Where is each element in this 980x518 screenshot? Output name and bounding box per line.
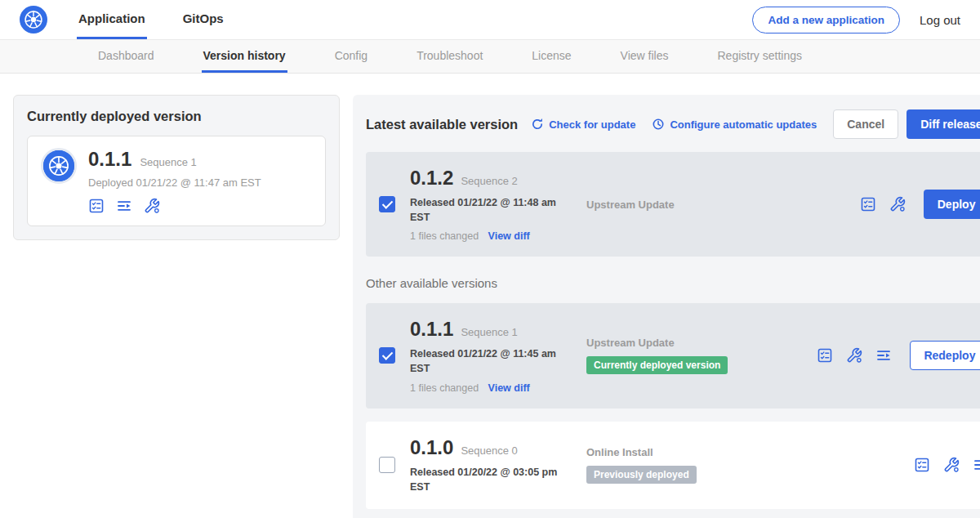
edit-config-icon[interactable]: [846, 347, 862, 364]
main-content: Currently deployed version 0.1.1 Sequenc…: [0, 74, 980, 518]
tab-label: Config: [335, 49, 368, 62]
version-row: 0.1.2 Sequence 2 Released 01/21/22 @ 11:…: [366, 152, 980, 257]
view-diff-link[interactable]: View diff: [488, 230, 530, 242]
redeploy-button[interactable]: Redeploy: [910, 341, 980, 370]
cancel-button[interactable]: Cancel: [833, 109, 898, 139]
version-number: 0.1.0: [410, 436, 453, 459]
tab-dashboard[interactable]: Dashboard: [96, 40, 156, 73]
refresh-icon: [531, 118, 544, 131]
version-checkbox[interactable]: [379, 196, 395, 212]
currently-deployed-card: Currently deployed version 0.1.1 Sequenc…: [13, 95, 340, 240]
version-number: 0.1.2: [410, 167, 453, 190]
header-tab-gitops[interactable]: GitOps: [181, 0, 225, 39]
edit-config-icon[interactable]: [889, 196, 906, 212]
version-row: 0.1.0 Sequence 0 Released 01/20/22 @ 03:…: [366, 422, 980, 509]
release-notes-icon[interactable]: [88, 198, 105, 214]
tab-license[interactable]: License: [530, 40, 572, 73]
version-actions: Redeploy: [807, 341, 980, 370]
deployed-card-title: Currently deployed version: [27, 109, 326, 124]
tab-version-history[interactable]: Version history: [202, 40, 287, 73]
edit-config-icon[interactable]: [943, 457, 960, 473]
version-source: Online Install Previously deployed: [573, 446, 904, 484]
clock-icon: [652, 118, 665, 131]
version-history-panel: Latest available version Check for updat…: [353, 95, 980, 518]
add-application-button[interactable]: Add a new application: [752, 7, 900, 33]
version-sequence: Sequence 0: [461, 444, 517, 457]
version-sequence: Sequence 2: [461, 175, 517, 187]
deployed-version-card: 0.1.1 Sequence 1 Deployed 01/21/22 @ 11:…: [27, 136, 326, 226]
kubernetes-logo-icon: [20, 0, 47, 39]
version-number: 0.1.1: [410, 318, 453, 341]
diff-icon[interactable]: [875, 347, 892, 364]
edit-config-icon[interactable]: [144, 198, 160, 214]
latest-version-title: Latest available version: [366, 117, 518, 132]
tab-troubleshoot[interactable]: Troubleshoot: [415, 40, 484, 73]
tab-label: View files: [621, 49, 669, 62]
check-for-update-label: Check for update: [549, 118, 635, 131]
configure-automatic-updates-link[interactable]: Configure automatic updates: [652, 118, 817, 131]
source-label: Online Install: [586, 446, 904, 458]
currently-deployed-badge: Currently deployed version: [586, 356, 728, 374]
app-kubernetes-logo-icon: [41, 148, 77, 184]
deployed-version-number: 0.1.1: [88, 148, 131, 171]
tab-label: Dashboard: [98, 49, 154, 62]
version-actions: Deploy: [850, 190, 980, 219]
version-source: Upstream Update Currently deployed versi…: [573, 337, 807, 374]
version-row: 0.1.1 Sequence 1 Released 01/21/22 @ 11:…: [366, 303, 980, 408]
released-date: Released 01/21/22 @ 11:45 am EST: [410, 346, 569, 376]
version-source: Upstream Update: [573, 199, 850, 211]
source-label: Upstream Update: [586, 337, 807, 349]
deployed-version-sequence: Sequence 1: [140, 156, 196, 168]
version-info: 0.1.1 Sequence 1 Released 01/21/22 @ 11:…: [410, 318, 573, 393]
deployed-version-body: 0.1.1 Sequence 1 Deployed 01/21/22 @ 11:…: [88, 148, 261, 214]
header-right: Add a new application Log out: [752, 0, 960, 39]
version-sequence: Sequence 1: [461, 326, 517, 338]
release-notes-icon[interactable]: [914, 457, 930, 473]
diff-releases-button[interactable]: Diff releases: [906, 109, 980, 139]
diff-icon[interactable]: [116, 198, 132, 214]
tab-label: Troubleshoot: [416, 49, 483, 62]
header-tab-label: GitOps: [183, 11, 224, 25]
deployed-date: Deployed 01/21/22 @ 11:47 am EST: [88, 176, 261, 189]
source-label: Upstream Update: [586, 199, 850, 211]
deployed-icon-row: [88, 198, 261, 214]
deploy-button[interactable]: Deploy: [924, 190, 980, 219]
check-for-update-link[interactable]: Check for update: [531, 118, 635, 131]
released-date: Released 01/21/22 @ 11:48 am EST: [410, 195, 569, 225]
version-checkbox[interactable]: [379, 457, 395, 473]
version-actions: [904, 457, 980, 473]
release-notes-icon[interactable]: [817, 347, 833, 364]
version-info: 0.1.2 Sequence 2 Released 01/21/22 @ 11:…: [410, 167, 573, 242]
release-notes-icon[interactable]: [860, 196, 876, 212]
view-diff-link[interactable]: View diff: [488, 382, 530, 394]
files-changed-label: 1 files changed: [410, 230, 479, 242]
latest-version-header: Latest available version Check for updat…: [366, 109, 980, 139]
version-checkbox[interactable]: [379, 347, 395, 364]
configure-updates-label: Configure automatic updates: [670, 118, 817, 131]
tab-registry-settings[interactable]: Registry settings: [715, 40, 803, 73]
header-tab-application[interactable]: Application: [77, 0, 147, 39]
tab-config[interactable]: Config: [333, 40, 369, 73]
logout-link[interactable]: Log out: [920, 13, 960, 27]
tab-view-files[interactable]: View files: [619, 40, 670, 73]
tab-label: Version history: [203, 49, 286, 62]
previously-deployed-badge: Previously deployed: [586, 466, 697, 484]
diff-icon[interactable]: [973, 457, 980, 473]
tab-label: License: [532, 49, 571, 62]
other-versions-title: Other available versions: [366, 276, 980, 290]
header-tab-label: Application: [78, 11, 145, 25]
tab-label: Registry settings: [717, 49, 801, 62]
files-changed-label: 1 files changed: [410, 382, 479, 394]
released-date: Released 01/20/22 @ 03:05 pm EST: [410, 465, 569, 494]
version-info: 0.1.0 Sequence 0 Released 01/20/22 @ 03:…: [410, 436, 573, 494]
app-header: Application GitOps Add a new application…: [0, 0, 980, 40]
app-subnav: Dashboard Version history Config Trouble…: [0, 40, 980, 74]
